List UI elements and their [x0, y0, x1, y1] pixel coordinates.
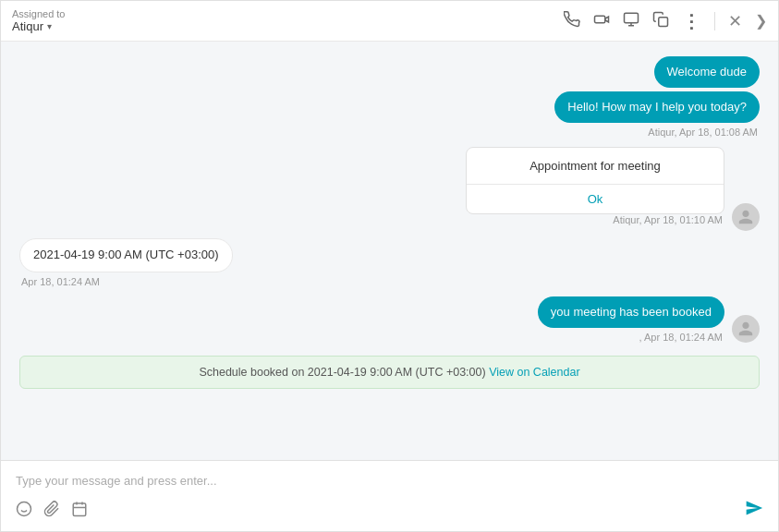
- msg-meta-incoming: Apr 18, 01:24 AM: [21, 276, 100, 287]
- more-icon[interactable]: ⋮: [682, 10, 701, 32]
- close-icon[interactable]: ✕: [728, 11, 742, 31]
- msg-group-outgoing-1: Welcome dude Hello! How may I help you t…: [19, 56, 760, 138]
- msg-group-incoming: 2021-04-19 9:00 AM (UTC +03:00) Apr 18, …: [19, 238, 760, 286]
- schedule-text: Schedule booked on 2021-04-19 9:00 AM (U…: [199, 366, 489, 379]
- card-meta: Atiqur, Apr 18, 01:10 AM: [466, 214, 723, 225]
- input-toolbar-row: [16, 499, 763, 522]
- phone-icon[interactable]: [564, 11, 580, 31]
- msg-meta-2: , Apr 18, 01:24 AM: [538, 332, 723, 343]
- card-section: Appointment for meeting Ok Atiqur, Apr 1…: [466, 147, 724, 231]
- card-title: Appointment for meeting: [467, 148, 724, 185]
- input-placeholder-text[interactable]: Type your message and press enter...: [16, 470, 763, 491]
- svg-rect-1: [625, 13, 639, 23]
- expand-icon[interactable]: ❯: [755, 12, 767, 30]
- svg-rect-4: [659, 17, 668, 26]
- attach-icon[interactable]: [43, 501, 60, 522]
- chat-window: Assigned to Atiqur ▾ ⋮ ✕ ❯: [0, 0, 779, 532]
- header-icons: ⋮ ✕ ❯: [564, 10, 767, 32]
- bubble-welcome: Welcome dude: [654, 56, 760, 88]
- dropdown-arrow-icon[interactable]: ▾: [47, 21, 52, 31]
- assigned-label: Assigned to: [12, 8, 65, 19]
- bubble-booked: you meeting has been booked: [538, 296, 724, 328]
- assigned-name: Atiqur ▾: [12, 19, 65, 33]
- msg-group-outgoing-2: you meeting has been booked , Apr 18, 01…: [19, 296, 760, 343]
- calendar-icon[interactable]: [71, 501, 88, 522]
- emoji-icon[interactable]: [16, 501, 32, 522]
- outgoing-2-section: you meeting has been booked , Apr 18, 01…: [538, 296, 724, 343]
- schedule-banner: Schedule booked on 2021-04-19 9:00 AM (U…: [19, 356, 760, 389]
- toolbar-icons: [16, 501, 88, 522]
- svg-point-5: [18, 502, 31, 516]
- svg-rect-8: [73, 503, 86, 516]
- bubble-datetime: 2021-04-19 9:00 AM (UTC +03:00): [19, 238, 233, 272]
- msg-meta-1: Atiqur, Apr 18, 01:08 AM: [648, 127, 758, 138]
- header-left: Assigned to Atiqur ▾: [12, 8, 65, 33]
- video-icon[interactable]: [593, 11, 610, 31]
- send-button[interactable]: [745, 499, 763, 522]
- chat-header: Assigned to Atiqur ▾ ⋮ ✕ ❯: [1, 1, 778, 42]
- chat-messages[interactable]: Welcome dude Hello! How may I help you t…: [1, 42, 778, 460]
- view-on-calendar-link[interactable]: View on Calendar: [489, 366, 579, 379]
- card-container: Appointment for meeting Ok Atiqur, Apr 1…: [19, 147, 760, 231]
- screen-icon[interactable]: [623, 11, 639, 31]
- avatar-card: [732, 203, 760, 231]
- header-divider: [714, 12, 715, 30]
- avatar-outgoing: [732, 315, 760, 343]
- bubble-hello: Hello! How may I help you today?: [554, 91, 760, 123]
- chat-input-area: Type your message and press enter...: [1, 460, 778, 531]
- appointment-card: Appointment for meeting Ok: [466, 147, 724, 214]
- card-ok-button[interactable]: Ok: [467, 185, 724, 213]
- svg-rect-0: [595, 16, 605, 23]
- copy-icon[interactable]: [652, 11, 669, 31]
